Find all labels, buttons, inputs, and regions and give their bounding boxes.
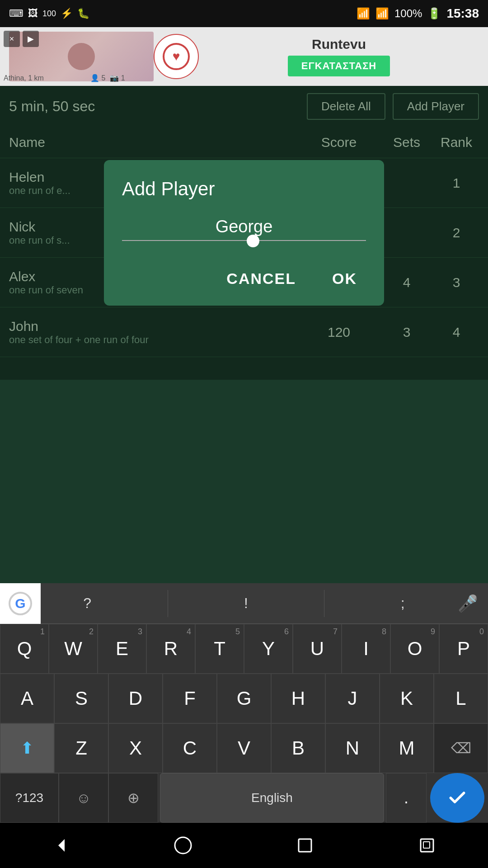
microphone-key[interactable]: 🎤 [447,583,488,624]
key-i[interactable]: 8I [342,624,390,674]
backspace-icon: ⌫ [451,740,471,757]
enter-key[interactable] [430,773,484,823]
key-a[interactable]: A [0,674,54,723]
shift-icon: ⬆ [20,739,34,758]
shift-key[interactable]: ⬆ [0,723,54,773]
key-x[interactable]: X [108,723,163,773]
key-y[interactable]: 6Y [244,624,293,674]
key-f[interactable]: F [163,674,217,723]
add-player-dialog: Add Player CANCEL OK [104,160,384,306]
key-l[interactable]: L [434,674,488,723]
key-g[interactable]: G [217,674,271,723]
ad-photos-count: 📷 1 [110,74,125,82]
signal-icon: 📶 [375,7,389,20]
key-q[interactable]: 1Q [0,624,49,674]
keyboard-top-row: G ? ! ; 🎤 [0,583,488,624]
key-c[interactable]: C [163,723,217,773]
numbers-key[interactable]: ?123 [0,773,59,823]
key-v[interactable]: V [217,723,271,773]
special-keys-row: ? ! ; [41,590,447,617]
time-display: 15:38 [446,6,479,21]
on-screen-keyboard: G ? ! ; 🎤 1Q 2W 3E 4R 5T 6Y 7U 8I 9O 0P … [0,583,488,823]
svg-rect-2 [299,839,311,852]
mic-icon: 🎤 [458,594,478,613]
battery-text: 100% [394,7,422,20]
ok-button[interactable]: OK [323,265,366,292]
key-n[interactable]: N [325,723,380,773]
key-j[interactable]: J [325,674,380,723]
split-screen-button[interactable] [417,835,437,855]
recents-button[interactable] [295,835,315,855]
battery-icon: 🔋 [427,7,441,20]
status-left: ⌨ 🖼 100 ⚡ 🐛 [9,8,89,19]
key-d[interactable]: D [108,674,163,723]
language-key[interactable]: ⊕ [108,773,158,823]
dialog-input-wrapper [122,213,366,247]
cancel-button[interactable]: CANCEL [217,265,305,292]
google-logo-key[interactable]: G [0,583,41,624]
dialog-actions: CANCEL OK [122,265,366,292]
exclamation-key[interactable]: ! [235,590,257,616]
ad-play-icon[interactable]: ▶ [23,32,39,47]
key-b[interactable]: B [271,723,325,773]
back-icon [51,835,71,855]
emoji-key[interactable]: ☺ [59,773,108,823]
dialog-title: Add Player [122,178,366,200]
key-m[interactable]: M [380,723,434,773]
ad-users-count: 👤 5 [90,74,105,82]
key-u[interactable]: 7U [293,624,342,674]
key-w[interactable]: 2W [49,624,98,674]
player-name-input[interactable] [122,213,366,241]
key-o[interactable]: 9O [390,624,439,674]
wifi-icon: 📶 [357,7,370,20]
period-key[interactable]: . [386,773,427,823]
ad-close-icon[interactable]: × [9,32,20,47]
ad-stats: 👤 5 📷 1 [90,74,125,82]
key-p[interactable]: 0P [439,624,488,674]
key-s[interactable]: S [54,674,108,723]
navigation-bar [0,823,488,868]
ad-banner: × ▶ Runtevu ΕΓΚΑΤΑΣΤΑΣΗ Athina, 1 km 👤 5… [0,27,488,86]
key-h[interactable]: H [271,674,325,723]
bug-icon: 🐛 [77,8,89,19]
key-t[interactable]: 5T [195,624,244,674]
globe-icon: ⊕ [127,789,140,807]
status-right: 📶 📶 100% 🔋 15:38 [357,6,479,21]
status-bar: ⌨ 🖼 100 ⚡ 🐛 📶 📶 100% 🔋 15:38 [0,0,488,27]
cursor-indicator [247,235,259,247]
google-g-icon: G [9,592,32,615]
backspace-key[interactable]: ⌫ [434,723,488,773]
split-screen-icon [417,835,437,855]
key-k[interactable]: K [380,674,434,723]
ad-logo [154,34,199,79]
emoji-icon: ☺ [76,790,91,807]
checkmark-icon [447,788,467,808]
svg-point-1 [175,837,191,854]
keyboard-row-3: ⬆ Z X C V B N M ⌫ [0,723,488,773]
divider [324,590,324,617]
period-icon: . [404,788,408,807]
ad-brand-name: Runtevu [312,37,366,52]
dialog-overlay: Add Player CANCEL OK [0,86,488,380]
back-button[interactable] [51,835,71,855]
usb-icon: ⚡ [61,8,73,19]
ad-location: Athina, 1 km [4,74,44,82]
ad-logo-inner [163,43,190,70]
key-e[interactable]: 3E [98,624,146,674]
sim-icon: 100 [42,9,56,19]
divider [168,590,168,617]
home-button[interactable] [173,835,193,855]
key-r[interactable]: 4R [146,624,195,674]
ad-right-content: Runtevu ΕΓΚΑΤΑΣΤΑΣΗ [199,37,479,76]
key-z[interactable]: Z [54,723,108,773]
svg-rect-4 [423,842,430,848]
ad-install-button[interactable]: ΕΓΚΑΤΑΣΤΑΣΗ [288,56,390,76]
svg-rect-3 [421,839,433,852]
semicolon-key[interactable]: ; [392,590,414,616]
space-key[interactable]: English [160,773,384,823]
svg-marker-0 [58,839,65,852]
question-key[interactable]: ? [74,590,100,616]
keyboard-row-2: A S D F G H J K L [0,674,488,723]
image-icon: 🖼 [28,8,38,19]
recents-icon [295,835,315,855]
